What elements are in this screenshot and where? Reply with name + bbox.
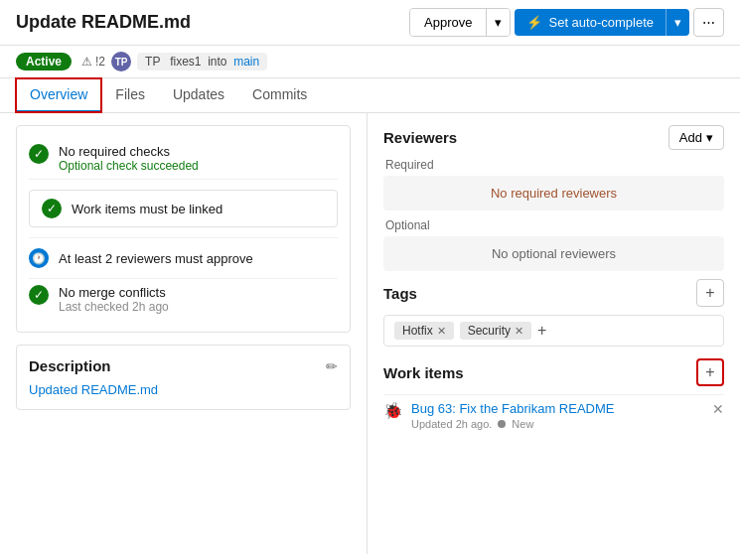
- desc-title: Description: [29, 357, 111, 374]
- check-title-3: At least 2 reviewers must approve: [59, 251, 253, 266]
- tag-remove-security[interactable]: ✕: [515, 325, 523, 338]
- desc-content: Updated README.md: [29, 382, 338, 397]
- autocomplete-button-group: ⚡ Set auto-complete ▾: [515, 9, 689, 36]
- check-item-4: ✓ No merge conflicts Last checked 2h ago: [29, 278, 338, 320]
- description-card: Description ✏ Updated README.md: [16, 345, 351, 410]
- header-actions: Approve ▾ ⚡ Set auto-complete ▾ ⋯: [409, 8, 724, 37]
- optional-label: Optional: [383, 218, 724, 232]
- tab-files[interactable]: Files: [101, 78, 159, 112]
- branch-info: TP fixes1 into main: [137, 53, 267, 70]
- check-item-2: ✓ Work items must be linked: [29, 179, 338, 237]
- page-header: Update README.md Approve ▾ ⚡ Set auto-co…: [0, 0, 740, 46]
- commit-count-value: !2: [95, 55, 105, 69]
- required-empty: No required reviewers: [383, 176, 724, 210]
- add-reviewer-caret: ▾: [706, 130, 713, 145]
- work-items-header: Work items +: [383, 358, 724, 386]
- tags-title: Tags: [383, 285, 417, 302]
- check-text-1: No required checks Optional check succee…: [59, 144, 199, 173]
- check-item-1: ✓ No required checks Optional check succ…: [29, 138, 338, 179]
- more-options-button[interactable]: ⋯: [693, 8, 724, 37]
- check-text-4: No merge conflicts Last checked 2h ago: [59, 285, 169, 314]
- tags-section: Tags + Hotfix ✕ Security ✕ +: [383, 279, 724, 347]
- check-title-1: No required checks: [59, 144, 199, 159]
- nav-tabs: Overview Files Updates Commits: [0, 78, 740, 113]
- add-reviewer-button[interactable]: Add ▾: [668, 125, 724, 150]
- commit-count: ⚠ !2: [81, 55, 105, 69]
- page-title: Update README.md: [16, 12, 397, 33]
- desc-header: Description ✏: [29, 357, 338, 374]
- branch-name: main: [233, 55, 259, 69]
- main-content: ✓ No required checks Optional check succ…: [0, 113, 740, 554]
- check-subtitle-4: Last checked 2h ago: [59, 300, 169, 314]
- work-item-status: New: [512, 418, 533, 430]
- autocomplete-caret-button[interactable]: ▾: [666, 9, 689, 36]
- tag-label-security: Security: [468, 324, 511, 338]
- tag-label-hotfix: Hotfix: [402, 324, 433, 338]
- add-tag-button[interactable]: +: [696, 279, 724, 307]
- work-items-section: Work items + 🐞 Bug 63: Fix the Fabrikam …: [383, 358, 724, 436]
- work-item-updated: Updated 2h ago.: [411, 418, 492, 430]
- tags-header: Tags +: [383, 279, 724, 307]
- clock-icon: 🕐: [29, 248, 49, 268]
- work-item-info: Bug 63: Fix the Fabrikam README Updated …: [411, 401, 704, 430]
- work-item-close-button[interactable]: ✕: [712, 401, 724, 417]
- work-items-title: Work items: [383, 364, 464, 381]
- check-icon-1: ✓: [29, 144, 49, 164]
- tag-add-inline-button[interactable]: +: [537, 323, 546, 339]
- edit-icon[interactable]: ✏: [326, 358, 338, 374]
- status-badge: Active: [16, 53, 72, 70]
- autocomplete-label: Set auto-complete: [548, 15, 654, 30]
- pr-meta: ⚠ !2 TP TP fixes1 into main: [81, 52, 267, 71]
- checks-card: ✓ No required checks Optional check succ…: [16, 125, 351, 333]
- check-inner-2: ✓ Work items must be linked: [29, 190, 338, 227]
- work-item-row: 🐞 Bug 63: Fix the Fabrikam README Update…: [383, 394, 724, 436]
- tab-commits[interactable]: Commits: [238, 78, 321, 112]
- optional-reviewers-section: Optional No optional reviewers: [383, 218, 724, 271]
- add-work-item-button[interactable]: +: [696, 358, 724, 386]
- approve-button-group: Approve ▾: [409, 8, 511, 37]
- approve-button[interactable]: Approve: [410, 9, 486, 36]
- tag-remove-hotfix[interactable]: ✕: [437, 325, 446, 338]
- tab-overview[interactable]: Overview: [16, 78, 101, 112]
- status-dot: [498, 420, 506, 428]
- left-panel: ✓ No required checks Optional check succ…: [0, 113, 368, 554]
- bug-icon: 🐞: [383, 401, 403, 420]
- tag-chip-security: Security ✕: [460, 322, 531, 340]
- check-subtitle-1: Optional check succeeded: [59, 159, 199, 173]
- check-title-4: No merge conflicts: [59, 285, 169, 300]
- required-label: Required: [383, 158, 724, 172]
- avatar: TP: [111, 52, 131, 71]
- optional-empty: No optional reviewers: [383, 236, 724, 271]
- autocomplete-button[interactable]: ⚡ Set auto-complete: [515, 9, 666, 36]
- check-item-3: 🕐 At least 2 reviewers must approve: [29, 237, 338, 278]
- work-item-meta: Updated 2h ago. New: [411, 418, 704, 430]
- check-icon-2: ✓: [42, 199, 62, 218]
- add-reviewer-label: Add: [679, 130, 702, 145]
- reviewers-title: Reviewers: [383, 129, 457, 146]
- sub-header: Active ⚠ !2 TP TP fixes1 into main: [0, 46, 740, 78]
- right-panel: Reviewers Add ▾ Required No required rev…: [368, 113, 740, 554]
- required-reviewers-section: Required No required reviewers: [383, 158, 724, 210]
- check-title-2: Work items must be linked: [72, 202, 222, 216]
- tag-chip-hotfix: Hotfix ✕: [394, 322, 454, 340]
- check-icon-4: ✓: [29, 285, 49, 305]
- warning-icon: ⚠: [81, 55, 92, 69]
- approve-caret-button[interactable]: ▾: [486, 9, 510, 36]
- tab-updates[interactable]: Updates: [159, 78, 238, 112]
- tags-container: Hotfix ✕ Security ✕ +: [383, 315, 724, 347]
- reviewers-header: Reviewers Add ▾: [383, 125, 724, 150]
- autocomplete-flash-icon: ⚡: [526, 15, 542, 30]
- work-item-title[interactable]: Bug 63: Fix the Fabrikam README: [411, 401, 704, 416]
